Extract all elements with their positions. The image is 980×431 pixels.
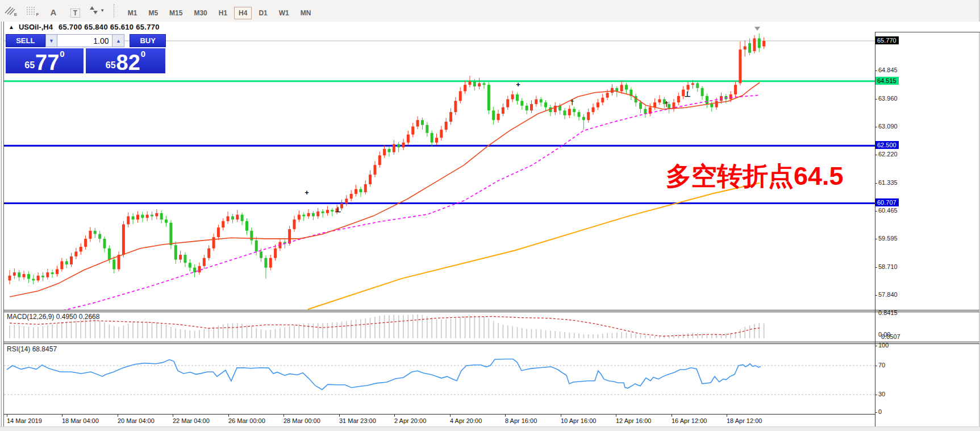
- price-tick-label: 62.220: [878, 151, 898, 158]
- text-label-glyph: T: [70, 9, 80, 18]
- rsi-axis-label: 100: [878, 342, 889, 349]
- draw-arrows-icon[interactable]: ▼: [88, 2, 106, 18]
- svg-text:†: †: [664, 100, 668, 108]
- timeframe-button-m5[interactable]: M5: [144, 7, 162, 19]
- chevron-down-icon: ▼: [100, 8, 105, 13]
- bottom-strip: [0, 426, 980, 431]
- price-tick-mark: [875, 211, 877, 212]
- svg-text:+: +: [516, 80, 520, 89]
- macd-name: MACD(12,26,9): [7, 313, 54, 321]
- macd-indicator-label: MACD(12,26,9) 0.4950 0.2668: [7, 313, 99, 321]
- volume-input[interactable]: [57, 34, 112, 47]
- price-tick-mark: [875, 127, 877, 127]
- price-tag-60.707: 60.707: [875, 198, 899, 206]
- price-tick-label: 59.595: [878, 235, 898, 242]
- timeframe-button-mn[interactable]: MN: [296, 7, 316, 19]
- rsi-axis-label: 70: [878, 362, 885, 368]
- rsi-pane-canvas[interactable]: RSI(14) 68.8457: [4, 344, 875, 415]
- price-tick-label: 58.710: [878, 263, 898, 270]
- volume-increase-button[interactable]: ▲: [112, 34, 124, 47]
- time-tick-mark: [727, 415, 727, 417]
- chart-annotation-text: 多空转折点64.5: [666, 159, 844, 193]
- toolbar-separator: [114, 4, 115, 18]
- macd-svg: [4, 312, 875, 342]
- macd-pane-canvas[interactable]: MACD(12,26,9) 0.4950 0.2668: [4, 312, 875, 342]
- time-tick-mark: [228, 415, 229, 417]
- buy-price-quote[interactable]: 65 82 0: [86, 48, 165, 73]
- time-tick-mark: [450, 415, 451, 417]
- timeframe-button-m15[interactable]: M15: [165, 7, 187, 19]
- draw-equidistant-channel-icon[interactable]: E: [1, 2, 19, 18]
- time-axis-label: 4 Apr 20:00: [450, 417, 482, 424]
- time-axis-label: 18 Apr 12:00: [727, 417, 762, 424]
- price-tick-mark: [875, 183, 877, 184]
- sell-price-quote[interactable]: 65 77 0: [6, 48, 84, 73]
- sell-button[interactable]: SELL: [6, 34, 45, 47]
- sell-price-pips: 77: [35, 53, 59, 72]
- time-tick-mark: [672, 415, 672, 417]
- price-tick-label: 63.960: [878, 95, 898, 102]
- time-tick-mark: [118, 415, 118, 417]
- rsi-tick-mark: [875, 412, 877, 413]
- draw-text-label-icon[interactable]: T: [66, 5, 84, 21]
- timeframe-button-w1[interactable]: W1: [274, 7, 294, 19]
- buy-button[interactable]: BUY: [130, 34, 166, 47]
- time-tick-mark: [561, 415, 561, 417]
- timeframe-button-h1[interactable]: H1: [214, 7, 232, 19]
- timeframe-bar: M1M5M15M30H1H4D1W1MN: [122, 7, 317, 17]
- volume-decrease-button[interactable]: ▼: [45, 34, 58, 47]
- price-tick-mark: [875, 267, 877, 268]
- buy-price-fraction: 0: [141, 49, 145, 58]
- draw-fibonacci-icon[interactable]: F: [22, 2, 40, 18]
- time-tick-mark: [7, 415, 7, 417]
- price-tag-65.770: 65.770: [875, 36, 899, 44]
- time-tick-mark: [339, 415, 340, 417]
- rsi-axis-label: 0: [878, 408, 882, 415]
- collapse-triangle-icon[interactable]: ▲: [9, 24, 14, 30]
- chart-title-bar: ▲ USOil-,H4 65.700 65.840 65.610 65.770: [4, 22, 980, 32]
- rsi-tick-mark: [875, 366, 877, 366]
- price-tick-label: 64.845: [878, 67, 898, 73]
- arrows-icon: [89, 5, 98, 15]
- price-tick-label: 60.465: [878, 207, 898, 214]
- timeframe-button-m1[interactable]: M1: [123, 7, 142, 19]
- time-axis[interactable]: 14 Mar 201918 Mar 04:0020 Mar 04:0022 Ma…: [4, 415, 875, 426]
- time-tick-mark: [616, 415, 616, 417]
- one-click-trade-panel: SELL ▼ ▲ BUY 65 77 0 65 82 0: [6, 34, 166, 73]
- buy-price-pips: 82: [116, 53, 140, 72]
- price-tick-mark: [875, 155, 877, 155]
- macd-current-values: 0.4950 0.2668: [56, 313, 100, 321]
- timeframe-button-d1[interactable]: D1: [254, 7, 272, 19]
- rsi-indicator-label: RSI(14) 68.8457: [7, 345, 57, 353]
- timeframe-button-h4[interactable]: H4: [234, 7, 252, 19]
- price-tick-mark: [875, 99, 877, 100]
- icon-sub-letter: E: [14, 12, 17, 17]
- ohlc-values: 65.700 65.840 65.610 65.770: [59, 23, 160, 31]
- time-axis-label: 20 Mar 04:00: [118, 417, 155, 424]
- time-axis-label: 22 Mar 04:00: [173, 417, 210, 424]
- sell-price-big-figure: 65: [24, 61, 35, 70]
- buy-price-big-figure: 65: [106, 61, 116, 70]
- timeframe-button-m30[interactable]: M30: [189, 7, 211, 19]
- rsi-current-value: 68.8457: [32, 345, 57, 353]
- price-tick-mark: [875, 71, 877, 71]
- macd-axis-label: 0.0507: [881, 333, 900, 340]
- symbol-period-label: USOil-,H4: [19, 23, 53, 31]
- price-tag-64.515: 64.515: [875, 77, 899, 85]
- chart-shift-marker-icon[interactable]: [754, 27, 760, 31]
- rsi-name: RSI(14): [7, 345, 30, 353]
- time-tick-mark: [394, 415, 395, 417]
- rsi-svg: [4, 344, 875, 414]
- price-tick-label: 57.840: [878, 291, 898, 298]
- time-axis-label: 16 Apr 12:00: [672, 417, 707, 424]
- time-axis-label: 12 Apr 16:00: [616, 417, 651, 424]
- time-tick-mark: [173, 415, 173, 417]
- time-tick-mark: [505, 415, 506, 417]
- draw-text-icon[interactable]: A: [44, 5, 62, 20]
- mt4-window: E F A T ▼ M1M5M15M30H1H4D1W1MN: [0, 0, 980, 431]
- time-axis-label: 10 Apr 16:00: [561, 417, 596, 424]
- time-axis-label: 2 Apr 20:00: [394, 417, 426, 424]
- sell-price-fraction: 0: [60, 49, 64, 58]
- price-tick-label: 63.090: [878, 123, 898, 130]
- price-axis-border: [875, 32, 875, 426]
